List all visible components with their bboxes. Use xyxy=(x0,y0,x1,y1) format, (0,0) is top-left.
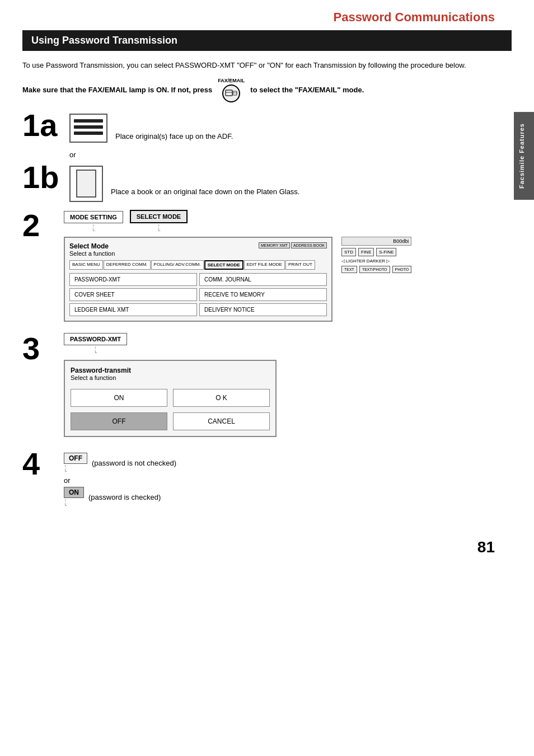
pwd-buttons: ON O K OFF CANCEL xyxy=(71,389,270,430)
step-1b-label: Place a book or an original face down on… xyxy=(111,187,300,197)
password-xmt-button[interactable]: PASSWORD-XMT xyxy=(64,333,127,345)
tab-print-out[interactable]: PRINT OUT xyxy=(285,260,315,270)
password-xmt-arrow: ↑└ xyxy=(94,345,97,355)
off-note: (password is not checked) xyxy=(92,459,176,467)
step-2-number: 2 xyxy=(22,210,56,241)
pwd-btn-cancel[interactable]: CANCEL xyxy=(173,412,270,430)
fax-email-label: FAX/EMAIL xyxy=(218,78,245,83)
tab-deferred-comm[interactable]: DEFERRED COMM. xyxy=(104,260,151,270)
side-tab: Facsimile Features xyxy=(514,112,534,200)
res-fine[interactable]: FINE xyxy=(358,248,374,256)
func-btn-comm-journal[interactable]: COMM. JOURNAL xyxy=(199,273,327,286)
func-btn-delivery-notice[interactable]: DELIVERY NOTICE xyxy=(199,303,327,316)
lighter-label: LIGHTER xyxy=(346,259,366,264)
step-1a-label: Place original(s) face up on the ADF. xyxy=(115,132,233,142)
icon-text[interactable]: TEXT xyxy=(341,266,357,273)
off-button[interactable]: OFF xyxy=(64,453,87,464)
lcd-header: Select Mode Select a function MEMORY XMT… xyxy=(69,242,327,257)
select-mode-button[interactable]: SELECT MODE xyxy=(130,210,188,223)
pwd-btn-ok[interactable]: O K xyxy=(173,389,270,407)
pwd-btn-off[interactable]: OFF xyxy=(71,412,167,430)
tab-select-mode[interactable]: SELECT MODE xyxy=(204,260,243,270)
fax-note: Make sure that the FAX/EMAIL lamp is ON.… xyxy=(22,78,495,102)
page-title: Password Communications xyxy=(0,0,534,30)
mode-setting-arrow: ↑└ xyxy=(92,223,95,233)
page-number: 81 xyxy=(0,533,534,567)
select-mode-arrow: ↑└ xyxy=(157,223,161,233)
on-note: (password is checked) xyxy=(88,493,161,501)
resolution-icons: STD FINE S-FINE xyxy=(341,248,411,256)
mode-setting-button[interactable]: MODE SETTING xyxy=(64,211,123,223)
func-btn-password-xmt[interactable]: PASSWORD-XMT xyxy=(69,273,197,286)
step-1b-number: 1b xyxy=(22,163,62,191)
on-arrow: ↑└ xyxy=(64,498,67,508)
icon-text-photo[interactable]: TEXT/PHOTO xyxy=(359,266,390,273)
right-side-panel: B00dbi STD FINE S-FINE ◁ LIGHTER DARKER … xyxy=(341,237,411,273)
tab-edit-file[interactable]: EDIT FILE MODE xyxy=(244,260,285,270)
func-btn-ledger-email[interactable]: LEDGER EMAIL XMT xyxy=(69,303,197,316)
pwd-panel-sub: Select a function xyxy=(71,374,270,381)
lighter-arrow: ◁ xyxy=(341,259,345,264)
step-3: 3 PASSWORD-XMT ↑└ Password-transmit Sele… xyxy=(22,333,495,437)
or-between-1a-1b: or xyxy=(69,151,495,159)
step-4-number: 4 xyxy=(22,448,56,480)
lcd-title: Select Mode xyxy=(69,242,115,250)
lcd-subtitle: Select a function xyxy=(69,250,115,257)
or-text-4: or xyxy=(64,476,176,485)
step-1b: 1b Place a book or an original face down… xyxy=(22,163,495,204)
func-btn-receive-memory[interactable]: RECEIVE TO MEMORY xyxy=(199,288,327,301)
lighter-darker-control: ◁ LIGHTER DARKER ▷ xyxy=(341,259,411,264)
func-grid: PASSWORD-XMT COMM. JOURNAL COVER SHEET R… xyxy=(69,273,327,316)
step-3-number: 3 xyxy=(22,333,56,364)
off-arrow: ↑└ xyxy=(64,464,67,474)
step-2-buttons: MODE SETTING ↑└ SELECT MODE ↑└ xyxy=(64,210,495,233)
step-2: 2 MODE SETTING ↑└ SELECT MODE ↑└ xyxy=(22,210,495,322)
fax-button-icon xyxy=(222,84,240,102)
svg-rect-0 xyxy=(226,90,232,96)
intro-text: To use Password Transmission, you can se… xyxy=(22,60,495,71)
text-photo-icons: TEXT TEXT/PHOTO PHOTO xyxy=(341,266,411,273)
darker-arrow: ▷ xyxy=(386,259,390,264)
func-btn-cover-sheet[interactable]: COVER SHEET xyxy=(69,288,197,301)
section-heading: Using Password Transmission xyxy=(22,30,512,51)
pwd-panel-title: Password-transmit xyxy=(71,367,270,374)
darker-label: DARKER xyxy=(367,259,385,264)
icon-photo[interactable]: PHOTO xyxy=(392,266,412,273)
on-button[interactable]: ON xyxy=(64,487,84,498)
res-sfine[interactable]: S-FINE xyxy=(376,248,396,256)
baud-rate: B00dbi xyxy=(341,237,411,246)
tab-basic-menu[interactable]: BASIC MENU xyxy=(69,260,103,270)
pwd-panel: Password-transmit Select a function ON O… xyxy=(64,360,277,437)
step-1a-number: 1a xyxy=(22,111,62,139)
address-book-icon: ADDRESS BOOK xyxy=(291,242,327,248)
tab-polling[interactable]: POLLING/ ADV.COMM. xyxy=(151,260,204,270)
lcd-panel-step2: Select Mode Select a function MEMORY XMT… xyxy=(64,237,332,322)
fax-note-end: to select the "FAX/EMAIL" mode. xyxy=(250,86,364,94)
step-1a: 1a Place original(s) face up on the ADF. xyxy=(22,111,495,145)
res-std[interactable]: STD xyxy=(341,248,356,256)
svg-rect-2 xyxy=(233,91,237,95)
fax-note-text: Make sure that the FAX/EMAIL lamp is ON.… xyxy=(22,86,212,94)
menu-tabs: BASIC MENU DEFERRED COMM. POLLING/ ADV.C… xyxy=(69,260,327,270)
pwd-btn-on[interactable]: ON xyxy=(71,389,167,407)
memory-xmt-icon: MEMORY XMT xyxy=(259,242,290,248)
step-4: 4 OFF ↑└ (password is not checked) or ON… xyxy=(22,448,495,510)
